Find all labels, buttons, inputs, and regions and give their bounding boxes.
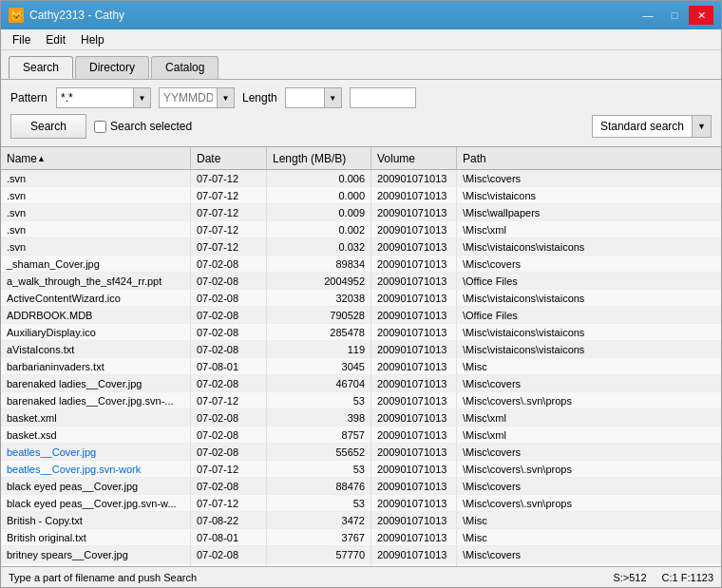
standard-search-arrow[interactable]: ▼ (692, 116, 711, 137)
cell-length: 88476 (267, 478, 371, 494)
table-row[interactable]: .svn 07-07-12 0.002 200901071013 \Misc\x… (1, 221, 721, 238)
table-row[interactable]: beatles__Cover.jpg 07-02-08 55652 200901… (1, 444, 721, 461)
cell-date: 07-08-22 (191, 512, 267, 528)
cell-path: \Misc\xml (457, 221, 721, 237)
cell-length: 0.032 (267, 238, 371, 255)
cell-name: black eyed peas__Cover.jpg (1, 478, 191, 494)
cell-volume: 200901071013 (371, 529, 457, 545)
cell-name: beatles__Cover.jpg.svn-work (1, 461, 191, 477)
cell-volume: 200901071013 (371, 238, 457, 255)
col-name[interactable]: Name (1, 147, 191, 169)
minimize-button[interactable]: — (636, 6, 660, 25)
date-combo[interactable]: ▼ (159, 87, 235, 108)
table-row[interactable]: barbarianinvaders.txt 07-08-01 3045 2009… (1, 358, 721, 375)
length-dropdown-arrow[interactable]: ▼ (324, 88, 341, 107)
pattern-dropdown-arrow[interactable]: ▼ (133, 88, 150, 107)
cell-length: 3045 (267, 358, 371, 374)
cell-name: _shaman_Cover.jpg (1, 256, 191, 272)
table-row[interactable]: ADDRBOOK.MDB 07-02-08 790528 20090107101… (1, 307, 721, 324)
cell-volume: 200901071013 (371, 187, 457, 203)
standard-search-combo[interactable]: Standard search ▼ (592, 115, 712, 138)
tab-catalog[interactable]: Catalog (151, 56, 218, 79)
cell-date: 07-02-08 (191, 546, 267, 562)
table-row[interactable]: .svn 07-07-12 0.000 200901071013 \Misc\v… (1, 187, 721, 204)
table-row[interactable]: British original.txt 07-08-01 3767 20090… (1, 529, 721, 546)
table-row[interactable]: basket.xsd 07-02-08 8757 200901071013 \M… (1, 427, 721, 444)
table-row[interactable]: black eyed peas__Cover.jpg.svn-w... 07-0… (1, 495, 721, 512)
table-row[interactable]: AuxiliaryDisplay.ico 07-02-08 285478 200… (1, 324, 721, 341)
standard-search-label: Standard search (593, 120, 692, 133)
table-row[interactable]: British - Copy.txt 07-08-22 3472 2009010… (1, 512, 721, 529)
cell-name: .svn (1, 221, 191, 237)
table-row[interactable]: basket.xml 07-02-08 398 200901071013 \Mi… (1, 409, 721, 427)
cell-date: 07-02-08 (191, 290, 267, 306)
table-row[interactable]: .svn 07-07-12 0.006 200901071013 \Misc\c… (1, 170, 721, 187)
length-input[interactable] (286, 88, 324, 107)
length-value-input[interactable] (350, 87, 416, 108)
cell-length: 55652 (267, 444, 371, 460)
cell-date: 07-02-08 (191, 273, 267, 289)
table-row[interactable]: britney spears__Cover.jpg 07-02-08 57770… (1, 546, 721, 563)
cell-name: .svn (1, 238, 191, 255)
cell-path: \Misc\covers\.svn\props (457, 392, 721, 408)
cell-length: 790528 (267, 307, 371, 323)
cell-volume: 200901071013 (371, 478, 457, 494)
status-right: S:>512 C:1 F:1123 (613, 572, 713, 583)
cell-date: 07-02-08 (191, 324, 267, 340)
tab-search[interactable]: Search (9, 56, 73, 79)
table-row[interactable]: black eyed peas__Cover.jpg 07-02-08 8847… (1, 478, 721, 495)
cell-name: basket.xsd (1, 427, 191, 443)
menu-file[interactable]: File (5, 31, 38, 48)
col-volume[interactable]: Volume (371, 147, 457, 169)
col-path[interactable]: Path (457, 147, 721, 169)
pattern-combo[interactable]: ▼ (56, 87, 151, 108)
cell-volume: 200901071013 (371, 341, 457, 357)
table-row[interactable]: a_walk_through_the_sf424_rr.ppt 07-02-08… (1, 273, 721, 290)
col-date[interactable]: Date (191, 147, 267, 169)
cell-path: \Misc\wallpapers (457, 204, 721, 220)
cell-volume: 200901071013 (371, 427, 457, 443)
col-length[interactable]: Length (MB/B) (267, 147, 371, 169)
tab-directory[interactable]: Directory (75, 56, 149, 79)
cell-date: 07-07-12 (191, 170, 267, 186)
table-row[interactable]: ActiveContentWizard.ico 07-02-08 32038 2… (1, 290, 721, 307)
cell-name: barenaked ladies__Cover.jpg (1, 375, 191, 391)
cell-date: 07-08-01 (191, 358, 267, 374)
cell-name: black eyed peas__Cover.jpg.svn-w... (1, 495, 191, 511)
table-row[interactable]: barenaked ladies__Cover.jpg.svn-... 07-0… (1, 392, 721, 409)
cell-path: \Misc\covers (457, 546, 721, 562)
search-selected-checkbox[interactable] (94, 121, 106, 133)
window-title: Cathy2313 - Cathy (29, 9, 124, 22)
close-button[interactable]: ✕ (689, 6, 713, 25)
cell-path: \Misc\vistaicons\vistaicons (457, 290, 721, 306)
search-selected-label[interactable]: Search selected (94, 120, 192, 133)
maximize-button[interactable]: □ (662, 6, 687, 25)
cell-length: 0.009 (267, 204, 371, 220)
cell-path: \Office Files (457, 307, 721, 323)
cell-name: .svn (1, 187, 191, 203)
search-button[interactable]: Search (10, 114, 86, 139)
table-row[interactable]: beatles__Cover.jpg.svn-work 07-07-12 53 … (1, 461, 721, 478)
date-dropdown-arrow[interactable]: ▼ (217, 88, 234, 107)
cell-volume: 200901071013 (371, 256, 457, 272)
cell-path: \Misc\vistaicons (457, 187, 721, 203)
table-row[interactable]: .svn 07-07-12 0.032 200901071013 \Misc\v… (1, 238, 721, 256)
cell-name: britney spears__Cover.jpg (1, 546, 191, 562)
cell-path: \Misc\covers (457, 256, 721, 272)
table-row[interactable]: barenaked ladies__Cover.jpg 07-02-08 467… (1, 375, 721, 392)
table-row[interactable]: aVistaIcons.txt 07-02-08 119 20090107101… (1, 341, 721, 358)
table-row[interactable]: _shaman_Cover.jpg 07-02-08 89834 2009010… (1, 256, 721, 273)
cell-path: \Misc\covers\.svn\props (457, 461, 721, 477)
length-combo[interactable]: ▼ (285, 87, 342, 108)
table-body[interactable]: .svn 07-07-12 0.006 200901071013 \Misc\c… (1, 170, 721, 566)
cell-date: 07-07-12 (191, 204, 267, 220)
pattern-label: Pattern (10, 91, 48, 104)
menu-help[interactable]: Help (73, 31, 112, 48)
cell-path: \Misc\vistaicons\vistaicons (457, 341, 721, 357)
cell-path: \Misc (457, 512, 721, 528)
menu-edit[interactable]: Edit (38, 31, 73, 48)
table-row[interactable]: .svn 07-07-12 0.009 200901071013 \Misc\w… (1, 204, 721, 221)
cell-date: 07-02-08 (191, 256, 267, 272)
date-input[interactable] (160, 88, 217, 107)
pattern-input[interactable] (57, 88, 133, 107)
